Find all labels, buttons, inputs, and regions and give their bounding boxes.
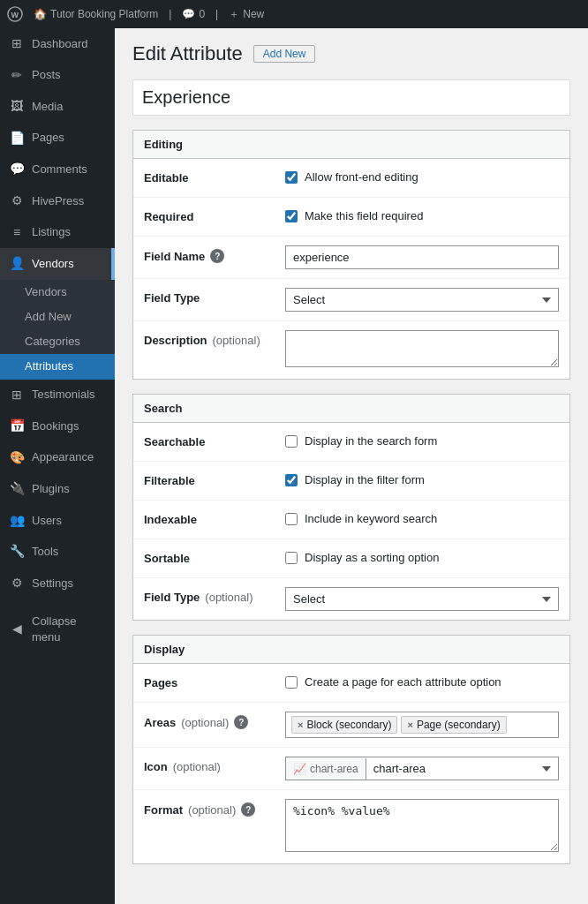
field-name-control [285, 245, 559, 269]
description-textarea[interactable] [285, 330, 559, 367]
sidebar-item-attributes[interactable]: Attributes [0, 354, 115, 379]
icon-optional: (optional) [173, 760, 221, 773]
search-field-type-select[interactable]: Select Text Checkbox Radio Range [285, 587, 559, 611]
vendors-icon: 👤 [9, 255, 25, 273]
dashboard-icon: ⊞ [9, 35, 25, 53]
wp-logo-icon: W [7, 6, 23, 22]
icon-prefix-label: chart-area [310, 763, 358, 775]
search-section-title: Search [133, 395, 569, 423]
filterable-row: Filterable Display in the filter form [133, 462, 569, 501]
format-textarea[interactable]: %icon% %value% [285, 799, 559, 852]
icon-select[interactable]: chart-area star heart user [366, 757, 558, 780]
field-name-help-icon[interactable]: ? [210, 249, 224, 263]
format-help-icon[interactable]: ? [241, 802, 255, 817]
sidebar-item-vendors-list[interactable]: Vendors [0, 280, 115, 305]
sidebar-item-vendors[interactable]: 👤 Vendors [0, 248, 115, 280]
required-checkbox[interactable] [285, 210, 298, 222]
sidebar-item-tools[interactable]: 🔧 Tools [0, 536, 115, 568]
field-name-input[interactable] [285, 245, 559, 269]
sidebar-item-plugins[interactable]: 🔌 Plugins [0, 473, 115, 505]
pages-icon: 📄 [9, 130, 25, 147]
search-section: Search Searchable Display in the search … [132, 394, 570, 621]
sidebar-item-listings[interactable]: ≡ Listings [0, 217, 115, 249]
field-type-select[interactable]: Select Text Textarea Number Checkbox [285, 288, 559, 312]
sidebar-label-listings: Listings [32, 224, 71, 240]
indexable-checkbox-label: Include in keyword search [305, 512, 437, 525]
pages-control: Create a page for each attribute option [285, 673, 559, 689]
required-checkbox-label: Make this field required [305, 209, 423, 222]
active-indicator [111, 248, 115, 280]
tag-block-secondary: × Block (secondary) [291, 716, 397, 734]
sidebar-item-bookings[interactable]: 📅 Bookings [0, 411, 115, 442]
tools-icon: 🔧 [9, 543, 25, 561]
indexable-checkbox-row: Include in keyword search [285, 509, 559, 525]
pages-checkbox-label: Create a page for each attribute option [305, 675, 501, 689]
media-icon: 🖼 [9, 98, 25, 116]
testimonials-icon: ⊞ [9, 387, 25, 404]
required-row: Required Make this field required [133, 198, 569, 237]
sidebar-item-media[interactable]: 🖼 Media [0, 91, 115, 123]
posts-icon: ✏ [9, 67, 25, 85]
add-new-button[interactable]: Add New [253, 45, 316, 63]
attribute-name-input[interactable] [132, 79, 570, 116]
sidebar-item-pages[interactable]: 📄 Pages [0, 123, 115, 154]
sidebar-label-users: Users [32, 513, 62, 529]
filterable-checkbox[interactable] [285, 474, 298, 486]
sidebar-item-categories[interactable]: Categories [0, 329, 115, 354]
searchable-checkbox[interactable] [285, 435, 298, 448]
filterable-control: Display in the filter form [285, 471, 559, 486]
plus-icon: ＋ [229, 7, 239, 22]
sidebar-label-plugins: Plugins [32, 481, 70, 497]
top-bar: W 🏠 Tutor Booking Platform | 💬 0 | ＋ New [0, 0, 588, 28]
indexable-checkbox[interactable] [285, 513, 298, 525]
new-link[interactable]: ＋ New [229, 7, 264, 22]
sidebar-item-vendors-add[interactable]: Add New [0, 305, 115, 329]
sidebar-item-users[interactable]: 👥 Users [0, 505, 115, 537]
settings-icon: ⚙ [9, 575, 25, 592]
sidebar-label-vendors-add: Add New [25, 309, 72, 325]
chart-area-icon: 📈 [293, 763, 306, 775]
topbar-divider: | [169, 8, 171, 20]
searchable-checkbox-row: Display in the search form [285, 432, 559, 448]
sidebar-item-posts[interactable]: ✏ Posts [0, 60, 115, 92]
sidebar-item-settings[interactable]: ⚙ Settings [0, 568, 115, 599]
sortable-checkbox[interactable] [285, 552, 298, 564]
editing-section-title: Editing [133, 131, 569, 159]
sidebar-label-posts: Posts [32, 67, 61, 83]
sortable-checkbox-label: Display as a sorting option [305, 551, 439, 564]
sidebar-label-bookings: Bookings [32, 418, 79, 434]
comments-link[interactable]: 💬 0 [182, 8, 205, 20]
editing-section: Editing Editable Allow front-end editing… [132, 130, 570, 380]
sidebar-item-comments[interactable]: 💬 Comments [0, 154, 115, 185]
indexable-label: Indexable [144, 509, 285, 526]
tag-page-secondary: × Page (secondary) [401, 716, 506, 734]
editable-checkbox-row: Allow front-end editing [285, 168, 559, 184]
editable-checkbox-label: Allow front-end editing [305, 170, 418, 184]
collapse-icon: ◀ [9, 621, 25, 638]
sidebar-label-tools: Tools [32, 544, 58, 560]
tag-block-label: Block (secondary) [306, 719, 391, 731]
required-checkbox-row: Make this field required [285, 207, 559, 222]
areas-tags-container[interactable]: × Block (secondary) × Page (secondary) [285, 712, 559, 738]
comment-icon: 💬 [182, 8, 195, 20]
appearance-icon: 🎨 [9, 449, 25, 467]
tag-page-remove[interactable]: × [407, 719, 412, 730]
topbar-divider2: | [215, 8, 218, 20]
tag-block-remove[interactable]: × [298, 719, 303, 730]
sidebar-label-media: Media [32, 99, 63, 115]
bookings-icon: 📅 [9, 418, 25, 435]
sidebar-item-testimonials[interactable]: ⊞ Testimonials [0, 380, 115, 411]
pages-checkbox[interactable] [285, 676, 298, 689]
sidebar-item-appearance[interactable]: 🎨 Appearance [0, 442, 115, 474]
filterable-label: Filterable [144, 471, 285, 487]
filterable-checkbox-row: Display in the filter form [285, 471, 559, 486]
sidebar-item-collapse[interactable]: ◀ Collapse menu [0, 606, 115, 652]
icon-select-wrapper: 📈 chart-area chart-area star heart user [285, 757, 559, 780]
main-content: Edit Attribute Add New Editing Editable … [115, 28, 588, 904]
editable-checkbox[interactable] [285, 171, 298, 184]
sidebar-item-hivepress[interactable]: ⚙ HivePress [0, 185, 115, 217]
sidebar-item-dashboard[interactable]: ⊞ Dashboard [0, 28, 115, 60]
areas-help-icon[interactable]: ? [234, 715, 248, 729]
site-name[interactable]: 🏠 Tutor Booking Platform [34, 8, 158, 20]
field-type-row: Field Type Select Text Textarea Number C… [133, 279, 569, 321]
